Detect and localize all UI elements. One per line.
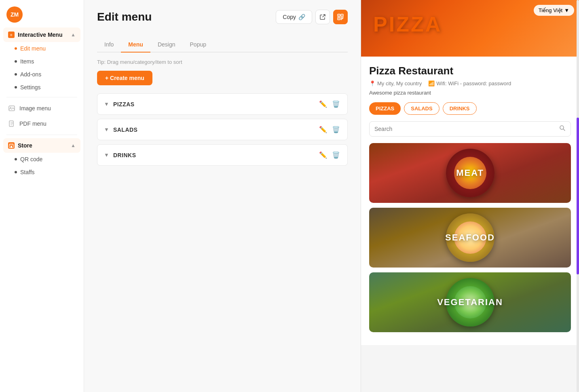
language-selector[interactable]: Tiếng Việt ▼ bbox=[534, 5, 574, 16]
menu-card-vegetarian[interactable]: VEGETARIAN bbox=[369, 272, 571, 332]
sidebar-divider-1 bbox=[6, 97, 77, 97]
preview-body: Pizza Restaurant 📍 My city, My country 📶… bbox=[361, 57, 579, 345]
sidebar-interactive-menu-items: Edit menu Items Add-ons Settings bbox=[3, 42, 80, 94]
sidebar-item-settings[interactable]: Settings bbox=[3, 81, 80, 94]
restaurant-wifi: Wifi: WiFi - password: password bbox=[436, 80, 511, 86]
pill-pizzas[interactable]: PIZZAS bbox=[369, 102, 401, 115]
store-icon bbox=[8, 142, 15, 149]
edit-pizzas-button[interactable]: ✏️ bbox=[318, 99, 328, 109]
tab-popup[interactable]: Popup bbox=[183, 37, 213, 53]
image-icon bbox=[8, 105, 15, 112]
svg-rect-8 bbox=[338, 15, 339, 16]
sidebar-interactive-menu-label: Interactive Menu bbox=[18, 32, 62, 38]
qr-button[interactable] bbox=[333, 10, 348, 24]
sidebar-item-image-menu[interactable]: Image menu bbox=[3, 101, 80, 116]
menu-card-meat[interactable]: MEAT bbox=[369, 143, 571, 203]
sidebar-item-add-ons-label: Add-ons bbox=[20, 71, 41, 78]
tab-design[interactable]: Design bbox=[150, 37, 183, 53]
sidebar-item-add-ons[interactable]: Add-ons bbox=[3, 68, 80, 81]
edit-salads-button[interactable]: ✏️ bbox=[318, 125, 328, 134]
menu-card-meat-label: MEAT bbox=[456, 168, 484, 178]
categories-list: ▼ PIZZAS ✏️ 🗑️ ▼ SALADS ✏️ 🗑️ ▼ DRINKS bbox=[97, 93, 348, 166]
pill-salads[interactable]: SALADS bbox=[404, 102, 439, 115]
svg-point-11 bbox=[560, 126, 564, 129]
chevron-down-icon: ▼ bbox=[564, 7, 569, 13]
tip-text: Tip: Drag menu/category/item to sort bbox=[97, 59, 348, 65]
edit-drinks-button[interactable]: ✏️ bbox=[318, 150, 328, 160]
category-name-salads: SALADS bbox=[113, 126, 138, 133]
page-title: Edit menu bbox=[97, 11, 152, 23]
sidebar-section-header-store[interactable]: Store ▲ bbox=[3, 138, 80, 153]
sidebar-pdf-menu-label: PDF menu bbox=[19, 120, 46, 127]
link-icon: 🔗 bbox=[298, 14, 305, 20]
sidebar-item-qr-code[interactable]: QR code bbox=[3, 153, 80, 166]
delete-salads-button[interactable]: 🗑️ bbox=[331, 125, 341, 134]
chevron-down-icon: ▼ bbox=[104, 152, 109, 158]
menu-card-vegetarian-label: VEGETARIAN bbox=[437, 297, 503, 308]
create-menu-label: + Create menu bbox=[105, 75, 144, 81]
sidebar-image-menu-label: Image menu bbox=[19, 105, 51, 112]
wifi-icon: 📶 bbox=[428, 80, 435, 86]
delete-drinks-button[interactable]: 🗑️ bbox=[331, 150, 341, 160]
sidebar-item-items[interactable]: Items bbox=[3, 55, 80, 68]
main-content: Edit menu Copy 🔗 Info Menu Design Popup … bbox=[84, 0, 361, 392]
svg-point-1 bbox=[10, 107, 11, 108]
table-row: ▼ PIZZAS ✏️ 🗑️ bbox=[97, 93, 348, 115]
menu-card-seafood-label: SEAFOOD bbox=[445, 232, 495, 243]
sidebar-store-items: QR code Staffs bbox=[3, 153, 80, 179]
search-button[interactable] bbox=[559, 125, 566, 133]
sidebar-item-settings-label: Settings bbox=[20, 84, 41, 91]
delete-pizzas-button[interactable]: 🗑️ bbox=[331, 99, 341, 109]
restaurant-location: My city, My country bbox=[377, 80, 422, 86]
sidebar: ZM ≡ Interactive Menu ▲ Edit menu Items … bbox=[0, 0, 84, 392]
menu-icon: ≡ bbox=[8, 32, 15, 38]
svg-rect-10 bbox=[338, 18, 339, 19]
preview-panel: PIZZA Tiếng Việt ▼ Pizza Restaurant 📍 My… bbox=[361, 0, 579, 392]
active-dot bbox=[15, 47, 17, 50]
preview-header-image: PIZZA Tiếng Việt ▼ bbox=[361, 0, 579, 57]
category-pills: PIZZAS SALADS DRINKS bbox=[369, 102, 571, 115]
dot bbox=[15, 73, 17, 76]
menu-card-seafood[interactable]: SEAFOOD bbox=[369, 208, 571, 268]
sidebar-item-edit-menu-label: Edit menu bbox=[20, 45, 46, 52]
sidebar-item-edit-menu[interactable]: Edit menu bbox=[3, 42, 80, 55]
restaurant-description: Awesome pizza restaurant bbox=[369, 90, 571, 96]
editor-tabs: Info Menu Design Popup bbox=[97, 37, 348, 53]
svg-rect-4 bbox=[11, 146, 12, 148]
external-link-button[interactable] bbox=[315, 10, 330, 24]
svg-rect-9 bbox=[342, 15, 342, 16]
dot bbox=[15, 60, 17, 63]
copy-button[interactable]: Copy 🔗 bbox=[276, 10, 312, 24]
dot bbox=[15, 158, 17, 160]
dot bbox=[15, 171, 17, 173]
search-input[interactable] bbox=[374, 126, 559, 132]
scrollbar-track bbox=[577, 0, 579, 392]
table-row: ▼ SALADS ✏️ 🗑️ bbox=[97, 119, 348, 140]
toolbar: Copy 🔗 bbox=[276, 10, 348, 24]
app-logo[interactable]: ZM bbox=[6, 6, 23, 23]
sidebar-section-store: Store ▲ QR code Staffs bbox=[0, 138, 84, 179]
create-menu-button[interactable]: + Create menu bbox=[97, 71, 152, 85]
sidebar-item-pdf-menu[interactable]: PDF menu bbox=[3, 116, 80, 131]
sidebar-section-interactive-menu: ≡ Interactive Menu ▲ Edit menu Items Add… bbox=[0, 27, 84, 94]
header-pizza-text: PIZZA bbox=[373, 12, 442, 36]
scrollbar-thumb[interactable] bbox=[577, 118, 579, 274]
restaurant-meta: 📍 My city, My country 📶 Wifi: WiFi - pas… bbox=[369, 80, 571, 86]
chevron-up-icon-store: ▲ bbox=[71, 143, 76, 148]
copy-label: Copy bbox=[283, 14, 296, 20]
sidebar-item-staffs[interactable]: Staffs bbox=[3, 166, 80, 179]
pdf-icon bbox=[8, 120, 15, 127]
restaurant-name: Pizza Restaurant bbox=[369, 65, 571, 77]
category-name-pizzas: PIZZAS bbox=[113, 101, 135, 107]
chevron-up-icon: ▲ bbox=[71, 32, 76, 38]
sidebar-section-header-interactive-menu[interactable]: ≡ Interactive Menu ▲ bbox=[3, 27, 80, 42]
tab-info[interactable]: Info bbox=[97, 37, 121, 53]
tab-menu[interactable]: Menu bbox=[121, 37, 150, 53]
chevron-down-icon: ▼ bbox=[104, 126, 109, 133]
location-icon: 📍 bbox=[369, 80, 376, 86]
dot bbox=[15, 86, 17, 89]
pill-drinks[interactable]: DRINKS bbox=[443, 102, 477, 115]
search-bar bbox=[369, 121, 571, 137]
category-name-drinks: DRINKS bbox=[113, 152, 136, 158]
sidebar-divider-2 bbox=[6, 135, 77, 135]
